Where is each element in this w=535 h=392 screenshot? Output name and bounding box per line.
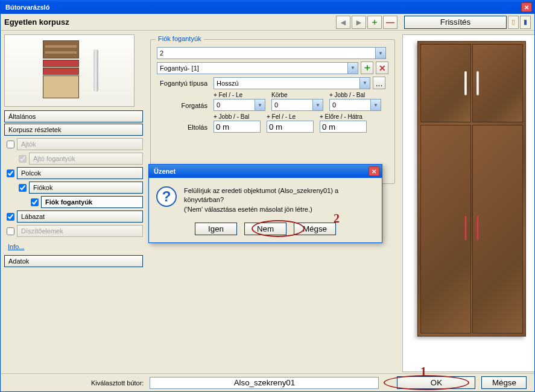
window-close-button[interactable]: ✕ (521, 2, 532, 12)
nav-altalnos[interactable]: Általános (4, 110, 143, 122)
dialog-cancel-button[interactable]: Mégse (294, 223, 336, 235)
dialog-no-button[interactable]: Nem (244, 223, 286, 235)
thumbnail-preview (4, 34, 135, 107)
nav-diszitoelemek[interactable]: Díszítőelemek (17, 225, 143, 237)
nav-adatok[interactable]: Adatok (4, 255, 143, 267)
dialog-close-button[interactable]: ✕ (369, 166, 379, 176)
nav-ajto-fogantyuk: Ajtó fogantyúk (29, 153, 143, 165)
rot-header-3: + Jobb / - Bal (329, 92, 381, 99)
window-title: Bútorvarázsló (3, 4, 521, 11)
handle-group: Fiók fogantyúk 2 ▼ Fogantyú- [1] ▼ ＋ ✕ (150, 39, 395, 184)
ok-button[interactable]: OK (397, 376, 475, 389)
cancel-button[interactable]: Mégse (481, 376, 527, 389)
footer: Kiválasztott bútor: OK Mégse (1, 373, 534, 391)
nav-fiokok[interactable]: Fiókok (29, 182, 143, 194)
dialog-message: Felülírjuk az eredeti objektumot (Also_s… (184, 186, 375, 214)
window-titlebar: Bútorvarázsló ✕ (1, 1, 534, 14)
tool-icon-1[interactable]: ▯ (508, 16, 519, 29)
nav-back-button[interactable]: ◄ (336, 16, 350, 29)
selected-furniture-input[interactable] (150, 377, 379, 389)
add-handle-button[interactable]: ＋ (361, 62, 373, 74)
annotation-2: 2 (334, 212, 340, 226)
offset-label: Eltolás (157, 124, 211, 133)
offset-updown-input[interactable] (267, 121, 314, 133)
handle-type-label: Fogantyú típusa (157, 80, 211, 87)
off-header-1: + Jobb / - Bal (214, 113, 261, 121)
selected-furniture-label: Kiválasztott bútor: (91, 379, 150, 387)
rotation-updown-select[interactable]: 0▼ (214, 99, 265, 111)
rotation-around-select[interactable]: 0▼ (271, 99, 323, 111)
group-title: Fiók fogantyúk (156, 35, 204, 42)
dialog-title: Üzenet (151, 168, 369, 175)
nav-korpusz-reszletek[interactable]: Korpusz részletek (4, 124, 143, 136)
toolbar: Egyetlen korpusz ◄ ► ＋ — Frissítés ▯ ▮ (1, 14, 534, 31)
dialog-yes-button[interactable]: Igen (195, 223, 237, 235)
thumbnail-handle-icon (93, 49, 98, 92)
check-fiokok[interactable] (19, 184, 27, 192)
annotation-1: 1 (420, 365, 426, 379)
check-ajto-fogantyuk (19, 155, 27, 163)
rot-header-2: Körbe (271, 92, 323, 99)
dropdown-arrow-icon: ▼ (370, 100, 381, 110)
nav-ajtok[interactable]: Ajtók (17, 138, 143, 150)
nav-remove-button[interactable]: — (383, 16, 397, 29)
nav-fiok-fogantyuk[interactable]: Fiók fogantyúk (41, 196, 143, 208)
right-panel (399, 31, 534, 373)
page-subtitle: Egyetlen korpusz (4, 17, 335, 27)
nav-labazat[interactable]: Lábazat (17, 210, 143, 223)
offset-rightleft-input[interactable] (214, 121, 261, 133)
left-panel: Általános Korpusz részletek Ajtók Ajtó f… (1, 31, 147, 373)
thumbnail-cabinet-icon (40, 40, 81, 101)
dropdown-arrow-icon: ▼ (359, 78, 370, 89)
check-polcok[interactable] (7, 169, 14, 177)
remove-handle-button[interactable]: ✕ (376, 62, 388, 74)
dropdown-arrow-icon: ▼ (255, 100, 265, 110)
rotation-rightleft-select[interactable]: 0▼ (329, 99, 381, 111)
rotation-label: Forgatás (157, 102, 211, 111)
update-button[interactable]: Frissítés (404, 16, 507, 29)
dropdown-arrow-icon: ▼ (375, 48, 385, 58)
dropdown-arrow-icon: ▼ (312, 100, 323, 110)
dialog-titlebar: Üzenet ✕ (149, 165, 382, 178)
info-link[interactable]: Info... (4, 241, 143, 253)
off-header-3: + Előre / - Hátra (320, 113, 367, 121)
off-header-2: + Fel / - Le (267, 113, 314, 121)
handle-type-more-button[interactable]: ... (373, 77, 385, 89)
cabinet-3d-icon (417, 41, 526, 337)
check-fiok-fogantyuk[interactable] (31, 198, 39, 206)
message-dialog: Üzenet ✕ ? Felülírjuk az eredeti objektu… (148, 164, 382, 243)
handle-name-select[interactable]: Fogantyú- [1] ▼ (157, 62, 358, 74)
question-icon: ? (156, 186, 177, 207)
handle-type-select[interactable]: Hosszú ▼ (214, 77, 370, 89)
tool-icon-2[interactable]: ▮ (520, 16, 531, 29)
nav-polcok[interactable]: Polcok (17, 167, 143, 179)
offset-frontback-input[interactable] (320, 121, 367, 133)
rot-header-1: + Fel / - Le (214, 92, 265, 99)
handle-count-select[interactable]: 2 ▼ (157, 47, 386, 59)
dropdown-arrow-icon: ▼ (347, 63, 358, 74)
check-ajtok[interactable] (7, 141, 14, 148)
preview-3d (402, 34, 534, 372)
check-diszito[interactable] (7, 227, 14, 235)
check-labazat[interactable] (7, 213, 14, 221)
nav-forward-button[interactable]: ► (352, 16, 366, 29)
nav-add-button[interactable]: ＋ (367, 16, 382, 29)
